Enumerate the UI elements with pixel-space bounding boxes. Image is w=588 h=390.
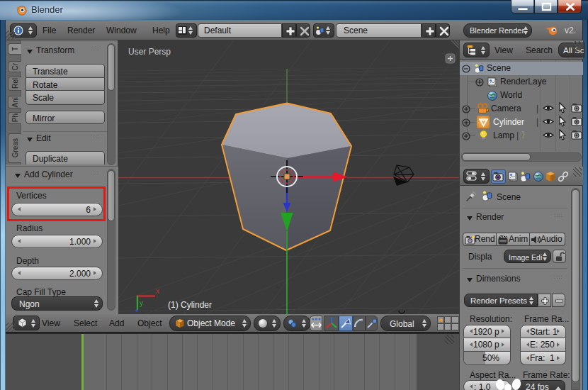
svg-text:y: y: [140, 299, 143, 307]
svg-text:x: x: [156, 287, 159, 295]
